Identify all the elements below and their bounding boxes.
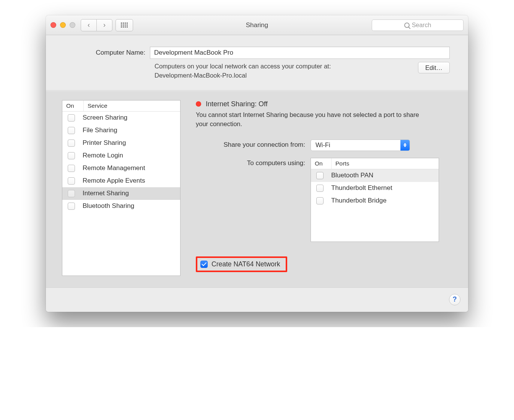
nav-buttons: ‹ › xyxy=(81,19,112,31)
service-row-screen-sharing[interactable]: Screen Sharing xyxy=(62,112,180,124)
status-row: Internet Sharing: Off xyxy=(196,100,452,108)
checkbox-icon[interactable] xyxy=(68,127,75,134)
checkbox-icon[interactable] xyxy=(68,114,75,122)
checkbox-icon[interactable] xyxy=(68,139,75,147)
traffic-lights xyxy=(50,22,75,28)
footer: ? xyxy=(46,287,468,312)
chevron-left-icon: ‹ xyxy=(88,21,90,29)
port-row-bluetooth-pan[interactable]: Bluetooth PAN xyxy=(311,169,439,182)
ports-col-ports: Ports xyxy=(332,158,439,169)
services-col-service: Service xyxy=(84,101,180,111)
computer-name-section: Computer Name: Computers on your local n… xyxy=(46,35,468,91)
nat64-checkbox[interactable] xyxy=(200,261,208,268)
checkbox-icon[interactable] xyxy=(68,165,75,172)
port-row-thunderbolt-bridge[interactable]: Thunderbolt Bridge xyxy=(311,195,439,207)
titlebar: ‹ › Sharing Search xyxy=(46,15,468,35)
ports-list[interactable]: On Ports Bluetooth PAN Thunderbolt Ether… xyxy=(311,158,439,242)
sharing-preferences-window: ‹ › Sharing Search Computer Name: xyxy=(46,15,468,312)
service-row-bluetooth-sharing[interactable]: Bluetooth Sharing xyxy=(62,200,180,212)
search-input[interactable]: Search xyxy=(372,19,464,31)
computer-name-subtext: Computers on your local network can acce… xyxy=(155,62,412,80)
chevron-right-icon: › xyxy=(103,21,106,29)
services-col-on: On xyxy=(62,101,84,111)
forward-button[interactable]: › xyxy=(96,19,112,31)
nat64-highlight: Create NAT64 Network xyxy=(196,256,287,272)
close-window-button[interactable] xyxy=(50,22,56,28)
status-title: Internet Sharing: Off xyxy=(206,100,268,108)
checkbox-icon[interactable] xyxy=(68,152,75,159)
search-placeholder: Search xyxy=(412,22,431,29)
zoom-window-button[interactable] xyxy=(70,22,75,28)
service-row-internet-sharing[interactable]: Internet Sharing xyxy=(62,187,180,200)
to-computers-label: To computers using: xyxy=(196,158,311,167)
status-description: You cannot start Internet Sharing becaus… xyxy=(196,110,425,129)
search-icon xyxy=(404,23,410,28)
ports-header: On Ports xyxy=(311,158,439,169)
edit-hostname-button[interactable]: Edit… xyxy=(418,62,450,73)
computer-name-label: Computer Name: xyxy=(64,49,150,57)
status-indicator-icon xyxy=(196,101,201,107)
service-row-printer-sharing[interactable]: Printer Sharing xyxy=(62,137,180,149)
checkbox-icon[interactable] xyxy=(68,190,75,197)
checkbox-icon[interactable] xyxy=(68,203,75,210)
checkbox-icon[interactable] xyxy=(68,177,75,185)
help-button[interactable]: ? xyxy=(449,294,460,305)
share-from-label: Share your connection from: xyxy=(196,139,311,149)
service-row-file-sharing[interactable]: File Sharing xyxy=(62,124,180,137)
nat64-label: Create NAT64 Network xyxy=(211,260,280,268)
service-row-remote-login[interactable]: Remote Login xyxy=(62,149,180,162)
main-content: On Service Screen Sharing File Sharing P… xyxy=(46,91,468,287)
dropdown-arrows-icon xyxy=(400,140,410,151)
grid-icon xyxy=(121,23,128,28)
service-row-apple-events[interactable]: Remote Apple Events xyxy=(62,175,180,187)
show-all-button[interactable] xyxy=(115,19,133,31)
service-detail-pane: Internet Sharing: Off You cannot start I… xyxy=(196,100,452,276)
computer-name-field[interactable] xyxy=(150,47,450,59)
share-from-value: Wi-Fi xyxy=(316,141,330,149)
checkbox-icon[interactable] xyxy=(316,172,324,179)
question-icon: ? xyxy=(453,295,457,303)
service-row-remote-management[interactable]: Remote Management xyxy=(62,162,180,175)
share-from-select[interactable]: Wi-Fi xyxy=(311,139,410,151)
ports-col-on: On xyxy=(311,158,332,169)
services-list[interactable]: On Service Screen Sharing File Sharing P… xyxy=(62,100,181,276)
port-row-thunderbolt-ethernet[interactable]: Thunderbolt Ethernet xyxy=(311,182,439,195)
back-button[interactable]: ‹ xyxy=(81,19,97,31)
checkbox-icon[interactable] xyxy=(316,197,324,204)
services-header: On Service xyxy=(62,101,180,112)
minimize-window-button[interactable] xyxy=(60,22,66,28)
checkbox-icon[interactable] xyxy=(316,185,324,192)
